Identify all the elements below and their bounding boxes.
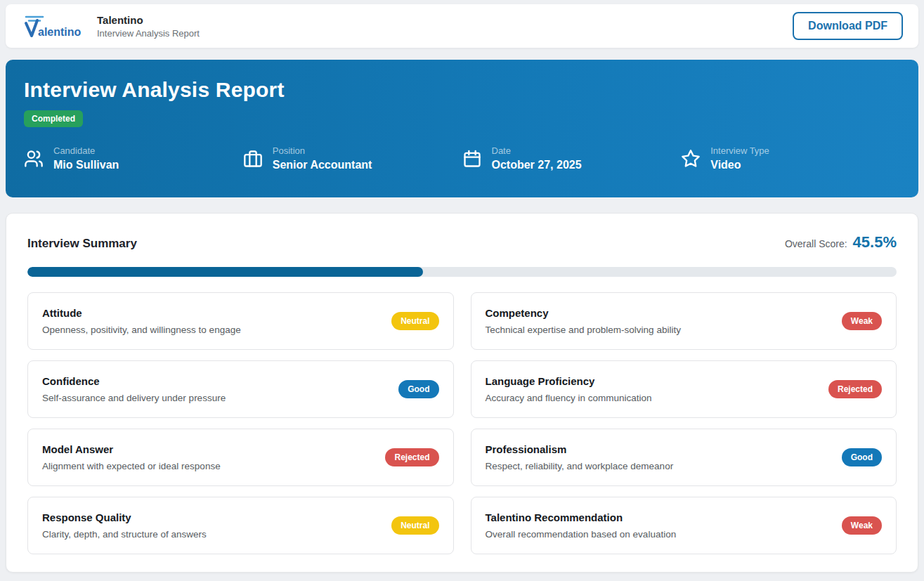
summary-title: Interview Summary [27, 237, 137, 251]
position-info: Position Senior Accountant [243, 145, 462, 171]
metric-card-model-answer: Model Answer Alignment with expected or … [27, 429, 454, 486]
rating-badge: Neutral [391, 516, 438, 535]
metric-description: Clarity, depth, and structure of answers [42, 529, 207, 540]
rating-badge: Neutral [391, 312, 438, 330]
metric-title: Response Quality [42, 511, 207, 523]
summary-header: Interview Summary Overall Score: 45.5% [27, 233, 897, 252]
metric-title: Professionalism [486, 443, 674, 455]
interview-type-info: Interview Type Video [681, 145, 900, 171]
metric-description: Self-assurance and delivery under pressu… [42, 393, 226, 403]
calendar-icon [462, 149, 482, 169]
hero-info-row: Candidate Mio Sullivan Position Senior A… [24, 145, 900, 171]
metric-description: Technical expertise and problem-solving … [486, 325, 681, 335]
candidate-label: Candidate [53, 145, 119, 156]
overall-score-progress-fill [27, 267, 423, 277]
date-label: Date [492, 145, 582, 156]
star-icon [681, 149, 701, 169]
metric-card-response-quality: Response Quality Clarity, depth, and str… [27, 497, 454, 554]
page-title: Interview Analysis Report [24, 78, 900, 102]
svg-text:alentino: alentino [38, 26, 82, 38]
talentino-logo: alentino [21, 11, 89, 41]
candidate-info: Candidate Mio Sullivan [24, 145, 243, 171]
overall-score-label: Overall Score: [785, 238, 847, 249]
metric-description: Alignment with expected or ideal respons… [42, 461, 221, 471]
app-title-block: Talentino Interview Analysis Report [97, 14, 200, 39]
hero-banner: Interview Analysis Report Completed Cand… [6, 60, 918, 197]
metric-description: Openness, positivity, and willingness to… [42, 325, 241, 335]
metric-title: Confidence [42, 375, 226, 387]
overall-score-progress-track [27, 267, 897, 277]
rating-badge: Rejected [385, 448, 438, 466]
metric-card-talentino-recommendation: Talentino Recommendation Overall recomme… [471, 497, 897, 554]
metric-description: Accuracy and fluency in communication [486, 393, 652, 403]
metric-title: Model Answer [42, 443, 221, 455]
interview-type-value: Video [710, 159, 769, 171]
app-name: Talentino [97, 14, 200, 26]
briefcase-icon [243, 149, 263, 169]
status-badge: Completed [24, 110, 83, 127]
metric-description: Respect, reliability, and workplace deme… [486, 461, 674, 471]
rating-badge: Weak [842, 516, 882, 535]
metric-title: Talentino Recommendation [486, 511, 677, 523]
metric-title: Competency [486, 307, 681, 319]
interview-summary-card: Interview Summary Overall Score: 45.5% A… [6, 213, 918, 573]
overall-score: Overall Score: 45.5% [785, 233, 897, 252]
app-subtitle: Interview Analysis Report [97, 28, 200, 39]
metric-card-language-proficiency: Language Proficiency Accuracy and fluenc… [471, 360, 897, 418]
rating-badge: Good [842, 448, 882, 466]
position-value: Senior Accountant [273, 159, 372, 171]
rating-badge: Rejected [828, 380, 882, 398]
top-header: alentino Talentino Interview Analysis Re… [6, 4, 918, 48]
candidate-value: Mio Sullivan [53, 159, 119, 171]
metric-card-attitude: Attitude Openness, positivity, and willi… [27, 292, 454, 350]
date-info: Date October 27, 2025 [462, 145, 682, 171]
metric-card-competency: Competency Technical expertise and probl… [471, 292, 897, 350]
date-value: October 27, 2025 [492, 159, 582, 171]
metric-title: Attitude [42, 307, 241, 319]
rating-badge: Good [398, 380, 438, 398]
metric-title: Language Proficiency [486, 375, 652, 387]
download-pdf-button[interactable]: Download PDF [793, 12, 903, 40]
position-label: Position [273, 145, 372, 156]
talentino-logo-icon: alentino [21, 11, 82, 41]
rating-badge: Weak [842, 312, 882, 330]
metric-description: Overall recommendation based on evaluati… [486, 529, 677, 540]
metric-card-professionalism: Professionalism Respect, reliability, an… [471, 429, 897, 486]
overall-score-value: 45.5% [853, 233, 897, 252]
interview-type-label: Interview Type [710, 145, 769, 156]
users-icon [24, 149, 44, 169]
metrics-grid: Attitude Openness, positivity, and willi… [27, 292, 897, 554]
metric-card-confidence: Confidence Self-assurance and delivery u… [27, 360, 454, 418]
